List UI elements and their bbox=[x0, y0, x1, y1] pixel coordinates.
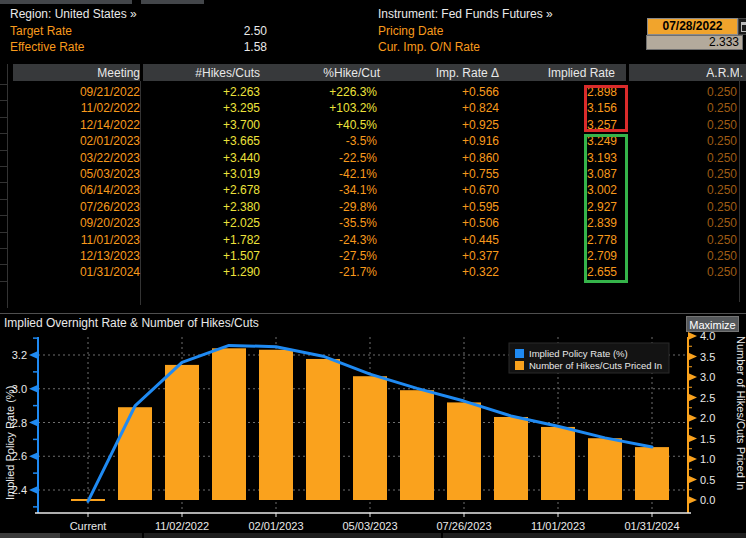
cell-hikes-cuts: +2.263 bbox=[150, 84, 260, 100]
rate-hikes-chart: 3.23.02.82.62.44.03.53.02.52.01.51.00.50… bbox=[0, 332, 746, 538]
hikes-bar bbox=[494, 417, 528, 500]
table-row[interactable]: 11/02/2022+3.295+103.2%+0.8243.1560.250 bbox=[0, 100, 746, 116]
table-row[interactable]: 02/01/2023+3.665-3.5%+0.9163.2490.250 bbox=[0, 133, 746, 149]
cell-pct-hike-cut: +103.2% bbox=[267, 100, 377, 116]
table-row[interactable]: 01/31/2024+1.290-21.7%+0.3222.6550.250 bbox=[0, 264, 746, 280]
left-tick-arrow bbox=[29, 351, 38, 359]
top-toolbar-strip bbox=[0, 0, 132, 4]
cell-pct-hike-cut: -24.3% bbox=[267, 232, 377, 248]
chart-title: Implied Overnight Rate & Number of Hikes… bbox=[4, 317, 259, 330]
cell-arm: 0.250 bbox=[627, 199, 737, 215]
table-row[interactable]: 05/03/2023+3.019-42.1%+0.7553.0870.250 bbox=[0, 166, 746, 182]
right-tick-label: 1.0 bbox=[700, 453, 715, 465]
cell-hikes-cuts: +3.700 bbox=[150, 117, 260, 133]
hikes-bar bbox=[400, 390, 434, 500]
instrument-link[interactable]: Instrument: Fed Funds Futures » bbox=[378, 8, 553, 21]
header-cell-hikes-cuts[interactable]: #Hikes/Cuts bbox=[150, 66, 260, 80]
right-tick-label: 2.0 bbox=[700, 412, 715, 424]
x-tick-label: 07/26/2023 bbox=[436, 520, 491, 532]
cell-pct-hike-cut: -42.1% bbox=[267, 166, 377, 182]
hikes-bar bbox=[118, 407, 152, 500]
cell-arm: 0.250 bbox=[627, 215, 737, 231]
header-cell-arm[interactable]: A.R.M. bbox=[633, 66, 743, 80]
cell-imp-rate-delta: +0.445 bbox=[389, 232, 499, 248]
right-tick-label: 3.0 bbox=[700, 371, 715, 383]
right-tick-label: 0.0 bbox=[700, 494, 715, 506]
cell-meeting: 12/14/2022 bbox=[30, 117, 140, 133]
target-rate-value: 2.50 bbox=[157, 25, 267, 38]
cell-hikes-cuts: +1.290 bbox=[150, 264, 260, 280]
implied-rate-highlight-red bbox=[584, 85, 628, 132]
table-row[interactable]: 06/14/2023+2.678-34.1%+0.6703.0020.250 bbox=[0, 182, 746, 198]
left-tick-label: 3.2 bbox=[12, 349, 27, 361]
table-row[interactable]: 12/13/2023+1.507-27.5%+0.3772.7090.250 bbox=[0, 248, 746, 264]
cell-arm: 0.250 bbox=[627, 182, 737, 198]
header-cell-meeting[interactable]: Meeting bbox=[30, 66, 140, 80]
table-row[interactable]: 09/21/2022+2.263+226.3%+0.5662.8980.250 bbox=[0, 84, 746, 100]
cell-hikes-cuts: +2.380 bbox=[150, 199, 260, 215]
hikes-bar bbox=[588, 438, 622, 500]
pricing-date-input[interactable]: 07/28/2022 bbox=[647, 18, 738, 35]
cell-arm: 0.250 bbox=[627, 264, 737, 280]
header-cell-pct-hike-cut[interactable]: %Hike/Cut bbox=[270, 66, 380, 80]
right-tick-label: 1.5 bbox=[700, 433, 715, 445]
table-row[interactable]: 09/20/2023+2.025-35.5%+0.5062.8390.250 bbox=[0, 215, 746, 231]
cell-arm: 0.250 bbox=[627, 232, 737, 248]
right-tick-arrow bbox=[688, 455, 697, 463]
table-row[interactable]: 03/22/2023+3.440-22.5%+0.8603.1930.250 bbox=[0, 150, 746, 166]
header-cell-implied-rate[interactable]: Implied Rate bbox=[505, 66, 615, 80]
top-toolbar-strip bbox=[141, 0, 204, 4]
table-row[interactable]: 12/14/2022+3.700+40.5%+0.9253.2570.250 bbox=[0, 117, 746, 133]
hikes-bar bbox=[212, 348, 246, 500]
cell-imp-rate-delta: +0.860 bbox=[389, 150, 499, 166]
cell-arm: 0.250 bbox=[627, 248, 737, 264]
cell-arm: 0.250 bbox=[627, 133, 737, 149]
cell-meeting: 09/20/2023 bbox=[30, 215, 140, 231]
cell-pct-hike-cut: -29.8% bbox=[267, 199, 377, 215]
hikes-bar bbox=[306, 359, 340, 500]
cell-pct-hike-cut: -27.5% bbox=[267, 248, 377, 264]
calendar-icon[interactable] bbox=[738, 18, 746, 35]
cell-hikes-cuts: +2.678 bbox=[150, 182, 260, 198]
implied-rate-highlight-green bbox=[584, 134, 628, 283]
cur-imp-on-rate-field[interactable]: 2.333 bbox=[646, 35, 743, 50]
table-row[interactable]: 11/01/2023+1.782-24.3%+0.4452.7780.250 bbox=[0, 232, 746, 248]
right-tick-label: 3.5 bbox=[700, 351, 715, 363]
right-tick-arrow bbox=[688, 496, 697, 504]
legend-swatch-line bbox=[515, 349, 524, 358]
table-row[interactable]: 07/26/2023+2.380-29.8%+0.5952.9270.250 bbox=[0, 199, 746, 215]
cell-imp-rate-delta: +0.506 bbox=[389, 215, 499, 231]
right-tick-label: 4.0 bbox=[700, 332, 715, 342]
right-tick-arrow bbox=[688, 353, 697, 361]
region-link[interactable]: Region: United States » bbox=[10, 8, 137, 21]
cell-pct-hike-cut: +226.3% bbox=[267, 84, 377, 100]
bottom-scrollbar-thumb[interactable] bbox=[0, 533, 60, 538]
x-tick-label: 02/01/2023 bbox=[248, 520, 303, 532]
cell-imp-rate-delta: +0.595 bbox=[389, 199, 499, 215]
cell-meeting: 02/01/2023 bbox=[30, 133, 140, 149]
cell-imp-rate-delta: +0.377 bbox=[389, 248, 499, 264]
right-axis-title: Number of Hikes/Cuts Priced In bbox=[735, 336, 746, 490]
cell-meeting: 03/22/2023 bbox=[30, 150, 140, 166]
cell-meeting: 09/21/2022 bbox=[30, 84, 140, 100]
cell-arm: 0.250 bbox=[627, 150, 737, 166]
cell-pct-hike-cut: +40.5% bbox=[267, 117, 377, 133]
cell-arm: 0.250 bbox=[627, 117, 737, 133]
maximize-button[interactable]: Maximize bbox=[686, 316, 739, 332]
cell-arm: 0.250 bbox=[627, 166, 737, 182]
hikes-bar bbox=[165, 365, 199, 500]
cell-arm: 0.250 bbox=[627, 84, 737, 100]
right-tick-arrow bbox=[688, 394, 697, 402]
bloomberg-wirp-screen: Region: United States » Instrument: Fed … bbox=[0, 0, 746, 538]
cell-hikes-cuts: +3.295 bbox=[150, 100, 260, 116]
cell-imp-rate-delta: +0.925 bbox=[389, 117, 499, 133]
x-tick-label: 01/31/2024 bbox=[624, 520, 679, 532]
header-cell-imp-rate-delta[interactable]: Imp. Rate Δ bbox=[389, 66, 499, 80]
cell-pct-hike-cut: -22.5% bbox=[267, 150, 377, 166]
cell-pct-hike-cut: -3.5% bbox=[267, 133, 377, 149]
right-tick-label: 2.5 bbox=[700, 392, 715, 404]
x-tick-label: 05/03/2023 bbox=[342, 520, 397, 532]
cell-imp-rate-delta: +0.824 bbox=[389, 100, 499, 116]
cell-meeting: 01/31/2024 bbox=[30, 264, 140, 280]
hikes-bar bbox=[259, 350, 293, 500]
